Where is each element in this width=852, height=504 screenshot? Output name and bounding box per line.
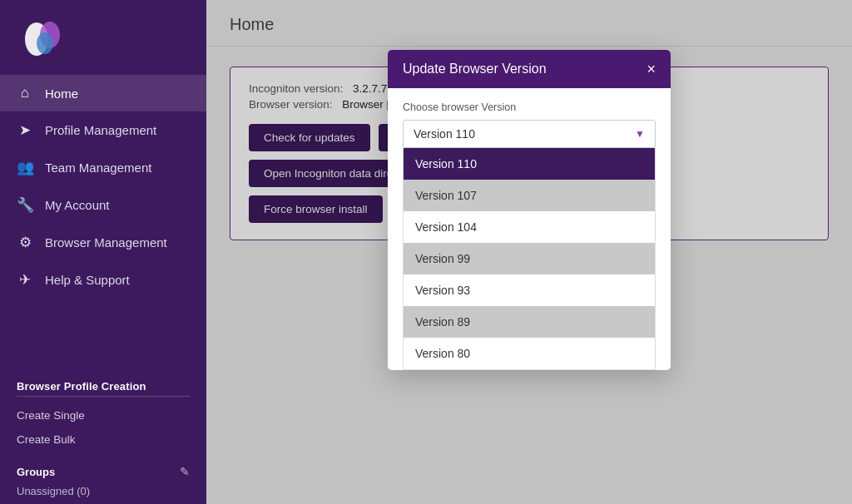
version-option-2[interactable]: Version 104 xyxy=(404,211,655,243)
sidebar-item-help-label: Help & Support xyxy=(45,273,130,287)
app-logo xyxy=(20,17,65,62)
sidebar-item-home-label: Home xyxy=(45,86,78,101)
choose-version-label: Choose browser Version xyxy=(403,101,656,113)
wrench-icon: 🔧 xyxy=(17,196,33,214)
sidebar-item-account-label: My Account xyxy=(45,198,110,212)
version-dropdown-list: Version 110Version 107Version 104Version… xyxy=(403,148,656,370)
send-icon: ✈ xyxy=(17,271,33,289)
modal-overlay: Update Browser Version × Choose browser … xyxy=(206,0,852,504)
logo-area xyxy=(0,0,206,75)
svg-point-2 xyxy=(37,32,53,54)
modal-close-button[interactable]: × xyxy=(646,62,656,77)
sidebar-item-home[interactable]: ⌂ Home xyxy=(0,75,206,111)
modal-body: Choose browser Version Version 110 ▼ Ver… xyxy=(388,88,671,370)
groups-row: Groups ✎ xyxy=(0,452,206,482)
unassigned-label: Unassigned (0) xyxy=(0,482,206,504)
version-option-3[interactable]: Version 99 xyxy=(404,243,655,274)
main-area: Home Incogniton version: 3.2.7.7 Browser… xyxy=(206,0,852,504)
sidebar-item-browser-management[interactable]: ⚙ Browser Management xyxy=(0,224,206,261)
create-bulk-item[interactable]: Create Bulk xyxy=(0,427,206,452)
home-icon: ⌂ xyxy=(17,85,33,101)
groups-title: Groups xyxy=(17,466,55,478)
version-option-6[interactable]: Version 80 xyxy=(404,338,655,369)
selected-version-text: Version 110 xyxy=(414,127,475,141)
sidebar-item-team-management[interactable]: 👥 Team Management xyxy=(0,149,206,186)
team-icon: 👥 xyxy=(17,159,33,176)
main-nav: ⌂ Home ➤ Profile Management 👥 Team Manag… xyxy=(0,75,206,367)
modal-title: Update Browser Version xyxy=(403,62,547,77)
cursor-icon: ➤ xyxy=(17,121,33,139)
sidebar: ⌂ Home ➤ Profile Management 👥 Team Manag… xyxy=(0,0,206,504)
sidebar-item-profile-label: Profile Management xyxy=(45,123,156,137)
section-divider xyxy=(17,396,190,397)
browser-profile-creation-section: Browser Profile Creation Create Single C… xyxy=(0,367,206,452)
version-option-4[interactable]: Version 93 xyxy=(404,274,655,306)
groups-section: Groups ✎ Unassigned (0) xyxy=(0,452,206,504)
version-dropdown-selected[interactable]: Version 110 ▼ xyxy=(403,120,656,148)
chevron-down-icon: ▼ xyxy=(635,128,645,140)
version-option-0[interactable]: Version 110 xyxy=(404,148,655,180)
sidebar-item-browser-label: Browser Management xyxy=(45,235,167,250)
sidebar-item-help-support[interactable]: ✈ Help & Support xyxy=(0,261,206,299)
version-option-5[interactable]: Version 89 xyxy=(404,306,655,338)
sidebar-item-my-account[interactable]: 🔧 My Account xyxy=(0,186,206,224)
browser-profile-creation-title: Browser Profile Creation xyxy=(0,367,206,396)
create-single-item[interactable]: Create Single xyxy=(0,403,206,427)
sidebar-item-team-label: Team Management xyxy=(45,161,151,175)
gear-icon: ⚙ xyxy=(17,234,33,251)
sidebar-item-profile-management[interactable]: ➤ Profile Management xyxy=(0,111,206,149)
edit-icon[interactable]: ✎ xyxy=(180,465,190,478)
update-browser-modal: Update Browser Version × Choose browser … xyxy=(388,50,671,370)
version-option-1[interactable]: Version 107 xyxy=(404,180,655,211)
modal-header: Update Browser Version × xyxy=(388,50,671,88)
